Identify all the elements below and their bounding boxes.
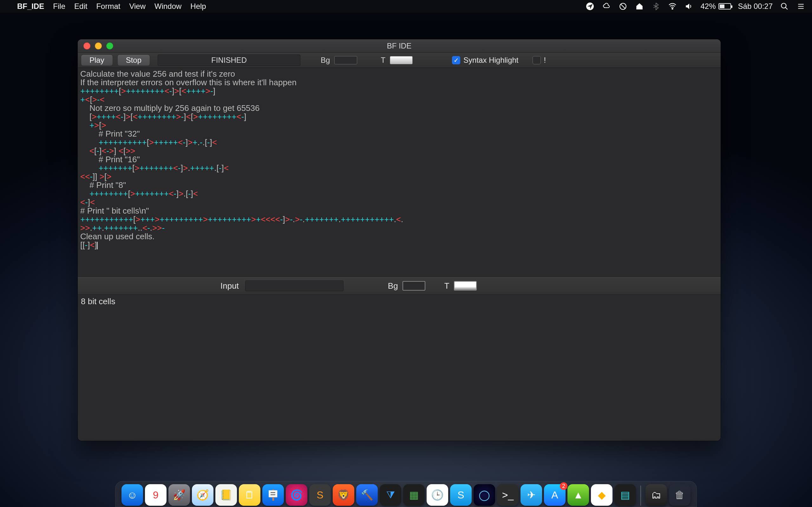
bang-toggle[interactable]: !	[532, 56, 546, 65]
code-editor[interactable]: Calculate the value 256 and test if it's…	[78, 68, 721, 277]
text-color-swatch[interactable]	[390, 56, 413, 64]
dock-keynote[interactable]: 🪧	[262, 484, 284, 506]
menu-file[interactable]: File	[53, 2, 65, 11]
dock-sketch[interactable]: ◆	[591, 484, 612, 506]
dock-xcode[interactable]: 🔨	[356, 484, 378, 506]
home-icon[interactable]	[635, 2, 644, 10]
svg-point-3	[781, 3, 786, 8]
menu-edit[interactable]: Edit	[74, 2, 87, 11]
dock-sublime[interactable]: S	[309, 484, 331, 506]
dock-safari[interactable]: 🧭	[192, 484, 213, 506]
syntax-highlight-label: Syntax Highlight	[463, 56, 518, 65]
input-field[interactable]	[245, 280, 344, 291]
dock-clock[interactable]: 🕒	[426, 484, 448, 506]
battery-percent: 42%	[701, 2, 716, 11]
dock-androidstudio[interactable]: ▲	[567, 484, 589, 506]
battery-status[interactable]: 42%	[701, 2, 731, 11]
dock-notes[interactable]: 🗒	[239, 484, 260, 506]
dock-folder[interactable]: 🗂	[646, 484, 667, 506]
stop-button[interactable]: Stop	[117, 55, 150, 66]
output-text: 8 bit cells	[81, 297, 115, 306]
checkbox-off-icon	[532, 56, 541, 64]
dock-telegram[interactable]: ✈	[520, 484, 542, 506]
menu-view[interactable]: View	[129, 2, 146, 11]
io-toolbar: Input Bg T	[78, 277, 721, 295]
checkbox-on-icon: ✓	[452, 56, 460, 64]
menubar: BF_IDE File Edit Format View Window Help	[0, 0, 812, 13]
dock-finder[interactable]: ☺	[121, 484, 143, 506]
dock-reminders[interactable]: 📒	[215, 484, 237, 506]
bang-label: !	[544, 56, 546, 65]
dock-separator	[641, 486, 641, 506]
menu-help[interactable]: Help	[190, 2, 206, 11]
dock-calendar[interactable]: 9	[145, 484, 166, 506]
bluetooth-icon[interactable]	[651, 2, 661, 10]
play-button[interactable]: Play	[81, 55, 113, 66]
battery-icon	[718, 3, 731, 9]
app-menu[interactable]: BF_IDE	[17, 2, 44, 11]
dock-brave[interactable]: 🦁	[333, 484, 354, 506]
app-window: BF IDE Play Stop FINISHED Bg T ✓ Syntax …	[78, 39, 721, 441]
wifi-icon[interactable]	[668, 2, 677, 10]
dnd-icon[interactable]	[618, 2, 628, 10]
dock-appstore[interactable]: A2	[544, 484, 565, 506]
spotlight-icon[interactable]	[780, 2, 789, 10]
notification-center-icon[interactable]	[796, 2, 806, 10]
badge: 2	[560, 482, 567, 490]
text-color-label: T	[380, 56, 386, 65]
dock-skype[interactable]: S	[450, 484, 472, 506]
menu-window[interactable]: Window	[154, 2, 182, 11]
toolbar: Play Stop FINISHED Bg T ✓ Syntax Highlig…	[78, 53, 721, 68]
dock: ☺9🚀🧭📒🗒🪧🌀S🦁🔨⧩▦🕒S◯>_✈A2▲◆▤🗂🗑	[115, 481, 697, 507]
dock-terminal[interactable]: >_	[497, 484, 519, 506]
input-label: Input	[220, 281, 239, 291]
dock-launchpad[interactable]: 🚀	[168, 484, 190, 506]
svg-point-2	[672, 8, 673, 9]
dock-firefox[interactable]: 🌀	[286, 484, 307, 506]
run-status: FINISHED	[158, 55, 300, 66]
dock-monitor[interactable]: ▤	[614, 484, 636, 506]
bg-color-swatch[interactable]	[334, 56, 357, 64]
output-text-swatch[interactable]	[454, 281, 477, 291]
cloud-sync-icon[interactable]	[602, 2, 611, 10]
window-title: BF IDE	[78, 42, 721, 50]
dock-vscode[interactable]: ⧩	[380, 484, 401, 506]
dock-opera[interactable]: ◯	[473, 484, 495, 506]
output-text-label: T	[444, 281, 450, 291]
menubar-clock[interactable]: Sáb 00:27	[738, 2, 773, 11]
location-icon[interactable]	[585, 2, 595, 10]
titlebar[interactable]: BF IDE	[78, 39, 721, 53]
menu-format[interactable]: Format	[96, 2, 120, 11]
volume-icon[interactable]	[684, 2, 694, 10]
dock-trash[interactable]: 🗑	[669, 484, 691, 506]
output-bg-swatch[interactable]	[403, 281, 425, 291]
output-bg-label: Bg	[388, 281, 398, 291]
bg-color-label: Bg	[321, 56, 330, 65]
output-pane: 8 bit cells	[78, 295, 721, 441]
syntax-highlight-toggle[interactable]: ✓ Syntax Highlight	[452, 56, 518, 65]
dock-activity[interactable]: ▦	[403, 484, 425, 506]
